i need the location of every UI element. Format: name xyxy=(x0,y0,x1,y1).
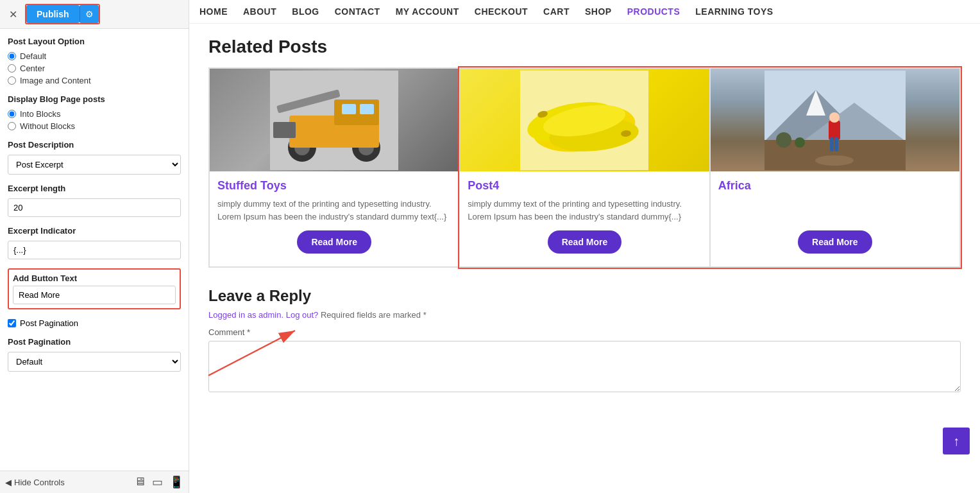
nav-shop[interactable]: SHOP xyxy=(585,6,612,17)
add-button-text-input[interactable] xyxy=(13,286,176,304)
nav-learning-toys[interactable]: LEARNING TOYS xyxy=(695,6,773,17)
excerpt-indicator-title: Excerpt Indicator xyxy=(8,226,181,236)
nav-products[interactable]: PRODUCTS xyxy=(627,6,680,17)
read-more-btn-2[interactable]: Read More xyxy=(548,230,622,254)
post-pagination-select[interactable]: Default xyxy=(8,352,181,372)
nav-about[interactable]: ABOUT xyxy=(243,6,276,17)
excerpt-length-section: Excerpt length xyxy=(8,184,181,217)
hide-controls-button[interactable]: ◀ Hide Controls xyxy=(5,478,65,487)
excerpt-indicator-section: Excerpt Indicator xyxy=(8,226,181,259)
post-card-1: Stuffed Toys simply dummy text of the pr… xyxy=(209,68,459,267)
post-title-1[interactable]: Stuffed Toys xyxy=(217,179,451,193)
post-excerpt-2: simply dummy text of the printing and ty… xyxy=(468,198,701,223)
display-blog-title: Display Blog Page posts xyxy=(8,94,181,104)
post-card-3: Africa Read More xyxy=(710,68,960,267)
hide-controls-label: Hide Controls xyxy=(14,478,65,487)
reply-meta: Logged in as admin. Log out? Required fi… xyxy=(208,310,961,320)
nav-bar: HOME ABOUT BLOG CONTACT MY ACCOUNT CHECK… xyxy=(189,0,980,24)
svg-rect-25 xyxy=(829,121,840,140)
layout-radio-center[interactable]: Center xyxy=(8,64,181,73)
chevron-left-icon: ◀ xyxy=(5,478,12,487)
svg-point-29 xyxy=(815,155,854,166)
svg-rect-27 xyxy=(830,137,834,151)
post-pagination-section: Post Pagination Default xyxy=(8,337,181,372)
post-body-1: Stuffed Toys simply dummy text of the pr… xyxy=(210,171,459,266)
post-body-3: Africa Read More xyxy=(711,171,959,266)
post-description-title: Post Description xyxy=(8,140,181,150)
excerpt-length-title: Excerpt length xyxy=(8,184,181,193)
layout-image-content-label: Image and Content xyxy=(20,76,91,85)
excerpt-indicator-input[interactable] xyxy=(8,241,181,259)
africa-image xyxy=(765,71,906,170)
publish-button[interactable]: Publish xyxy=(26,5,80,23)
post-description-select[interactable]: Post Excerpt Full Post xyxy=(8,155,181,175)
blog-without-blocks-label: Without Blocks xyxy=(20,121,75,131)
post-pagination-checkbox[interactable] xyxy=(8,319,16,327)
close-button[interactable]: ✕ xyxy=(5,7,21,22)
nav-my-account[interactable]: MY ACCOUNT xyxy=(396,6,459,17)
lego-image xyxy=(270,71,398,170)
display-blog-posts-section: Display Blog Page posts Into Blocks With… xyxy=(8,94,181,131)
read-more-btn-3[interactable]: Read More xyxy=(798,230,872,254)
svg-point-23 xyxy=(776,132,791,148)
blog-radio-into-blocks[interactable]: Into Blocks xyxy=(8,109,181,119)
leave-reply-title: Leave a Reply xyxy=(208,287,961,305)
nav-contact[interactable]: CONTACT xyxy=(335,6,380,17)
post-pagination-section-title: Post Pagination xyxy=(8,337,181,347)
panel-content: Post Layout Option Default Center Image … xyxy=(0,29,189,471)
top-bar: ✕ Publish ⚙ xyxy=(0,0,189,29)
post-title-3[interactable]: Africa xyxy=(718,179,952,193)
mobile-icon[interactable]: 📱 xyxy=(169,475,183,489)
post-img-africa xyxy=(711,69,959,171)
comment-label: Comment * xyxy=(208,327,961,337)
layout-radio-default[interactable]: Default xyxy=(8,51,181,61)
layout-default-label: Default xyxy=(20,51,46,61)
nav-home[interactable]: HOME xyxy=(199,6,228,17)
add-button-text-section: Add Button Text xyxy=(8,268,181,309)
read-more-btn-1[interactable]: Read More xyxy=(297,230,371,254)
posts-grid-wrapper: Stuffed Toys simply dummy text of the pr… xyxy=(208,67,961,268)
tablet-icon[interactable]: ▭ xyxy=(152,475,163,489)
post-pagination-check-section: Post Pagination xyxy=(8,318,181,328)
excerpt-length-input[interactable] xyxy=(8,198,181,217)
post-layout-title: Post Layout Option xyxy=(8,37,181,46)
required-fields-text: Required fields are marked * xyxy=(321,310,427,320)
blog-radio-without-blocks[interactable]: Without Blocks xyxy=(8,121,181,131)
add-button-text-title: Add Button Text xyxy=(13,273,176,283)
scroll-top-button[interactable]: ↑ xyxy=(943,428,970,454)
svg-point-26 xyxy=(829,112,840,123)
svg-point-24 xyxy=(795,137,805,148)
main-content: Related Posts xyxy=(189,24,980,407)
logged-in-link[interactable]: Logged in as admin. xyxy=(208,310,283,320)
post-title-2[interactable]: Post4 xyxy=(468,179,701,193)
layout-center-label: Center xyxy=(20,64,45,73)
svg-rect-10 xyxy=(360,104,374,114)
post-excerpt-1: simply dummy text of the printing and ty… xyxy=(217,198,451,223)
svg-rect-28 xyxy=(834,137,838,151)
right-panel: HOME ABOUT BLOG CONTACT MY ACCOUNT CHECK… xyxy=(189,0,980,493)
svg-rect-9 xyxy=(342,104,356,114)
post-excerpt-3 xyxy=(718,198,952,223)
nav-checkout[interactable]: CHECKOUT xyxy=(475,6,528,17)
post-card-2: Post4 simply dummy text of the printing … xyxy=(459,68,709,267)
comment-textarea[interactable] xyxy=(208,341,961,392)
post-img-lego xyxy=(210,69,459,171)
post-pagination-row[interactable]: Post Pagination xyxy=(8,318,181,328)
blog-into-blocks-label: Into Blocks xyxy=(20,109,61,119)
leave-reply-section: Leave a Reply Logged in as admin. Log ou… xyxy=(208,287,961,394)
posts-grid: Stuffed Toys simply dummy text of the pr… xyxy=(208,67,961,268)
post-pagination-label: Post Pagination xyxy=(20,318,78,328)
related-posts-title: Related Posts xyxy=(208,37,961,57)
post-description-section: Post Description Post Excerpt Full Post xyxy=(8,140,181,175)
post-img-bananas xyxy=(460,69,709,171)
nav-blog[interactable]: BLOG xyxy=(292,6,319,17)
gear-button[interactable]: ⚙ xyxy=(80,5,99,23)
log-out-link[interactable]: Log out? xyxy=(286,310,319,320)
desktop-icon[interactable]: 🖥 xyxy=(134,475,146,489)
nav-cart[interactable]: CART xyxy=(543,6,570,17)
bottom-bar: ◀ Hide Controls 🖥 ▭ 📱 xyxy=(0,471,189,493)
post-layout-option-section: Post Layout Option Default Center Image … xyxy=(8,37,181,85)
layout-radio-image-content[interactable]: Image and Content xyxy=(8,76,181,85)
bananas-image xyxy=(520,71,648,170)
device-icons: 🖥 ▭ 📱 xyxy=(134,475,183,489)
